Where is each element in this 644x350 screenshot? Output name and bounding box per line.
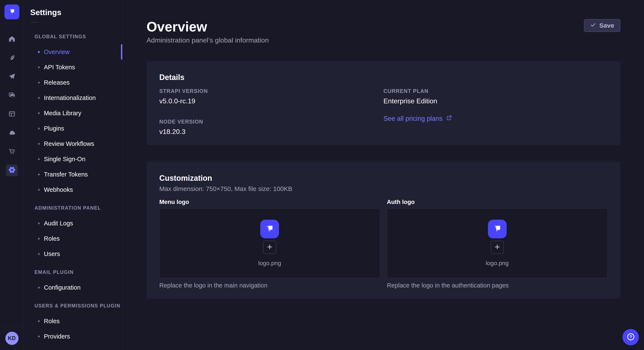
sidebar-item-label: Single Sign-On — [44, 156, 86, 163]
bullet-icon — [38, 51, 40, 53]
cloud-icon — [8, 128, 16, 137]
gear-icon — [8, 166, 16, 175]
sidebar-item-admin-users[interactable]: Users — [30, 246, 122, 262]
bullet-icon — [38, 287, 40, 289]
sidebar-item-label: Users — [44, 250, 60, 257]
sidebar-item-email-configuration[interactable]: Configuration — [30, 280, 122, 295]
bullet-icon — [38, 253, 40, 255]
strapi-logo-button[interactable] — [4, 4, 20, 19]
sidebar-item-review-workflows[interactable]: Review Workflows — [30, 136, 122, 151]
bullet-icon — [38, 238, 40, 240]
sidebar-item-single-sign-on[interactable]: Single Sign-On — [30, 151, 122, 167]
sidebar-item-label: Transfer Tokens — [44, 171, 88, 178]
sidebar-item-releases[interactable]: Releases — [30, 75, 122, 90]
sidebar-item-label: Configuration — [44, 284, 81, 291]
layout-icon — [8, 110, 16, 118]
paper-plane-icon — [8, 72, 16, 81]
current-plan-value: Enterprise Edition — [384, 97, 608, 105]
rail-item-settings[interactable] — [0, 161, 24, 180]
sidebar-item-audit-logs[interactable]: Audit Logs — [30, 216, 122, 231]
settings-active-pill — [6, 164, 18, 176]
section-header-administration-panel: ADMINISTRATION PANEL — [30, 200, 122, 216]
sidebar-item-admin-roles[interactable]: Roles — [30, 231, 122, 246]
rail-item-content[interactable] — [0, 49, 24, 67]
strapi-version-field: STRAPI VERSION v5.0.0-rc.19 — [159, 88, 384, 105]
menu-logo-group: Menu logo + — [159, 198, 380, 289]
bullet-icon — [38, 128, 40, 130]
strapi-version-value: v5.0.0-rc.19 — [159, 97, 384, 105]
section-header-email-plugin: EMAIL PLUGIN — [30, 265, 122, 280]
strapi-logo-icon — [264, 223, 276, 235]
sidebar-item-plugins[interactable]: Plugins — [30, 121, 122, 136]
menu-logo-caption: Replace the logo in the main navigation — [159, 282, 380, 289]
rail-nav — [0, 30, 24, 180]
bullet-icon — [38, 66, 40, 68]
rail-item-home[interactable] — [0, 30, 24, 49]
page-title: Overview — [146, 19, 269, 35]
rail-item-marketplace[interactable] — [0, 142, 24, 161]
auth-logo-group: Auth logo + — [387, 198, 608, 289]
rail-item-cloud[interactable] — [0, 124, 24, 142]
sidebar-item-overview[interactable]: Overview — [30, 44, 122, 59]
question-mark-icon: ? — [626, 332, 635, 342]
details-card-title: Details — [159, 73, 608, 82]
sidebar-item-internationalization[interactable]: Internationalization — [30, 90, 122, 105]
sidebar-item-label: Releases — [44, 79, 70, 86]
sidebar-item-up-roles[interactable]: Roles — [30, 313, 122, 329]
save-button[interactable]: Save — [584, 19, 620, 32]
pricing-link-label: See all pricing plans — [384, 115, 442, 123]
page-header-titles: Overview Administration panel’s global i… — [146, 19, 269, 44]
sidebar-item-up-providers[interactable]: Providers — [30, 329, 122, 344]
sidebar-item-label: Roles — [44, 318, 60, 325]
settings-sidebar: Settings GLOBAL SETTINGS Overview API To… — [24, 0, 122, 350]
menu-logo-preview — [260, 220, 279, 238]
rail-item-media[interactable] — [0, 86, 24, 105]
icon-rail: KD — [0, 0, 24, 350]
sidebar-item-media-library[interactable]: Media Library — [30, 105, 122, 121]
section-header-users-permissions-plugin: USERS & PERMISSIONS PLUGIN — [30, 298, 122, 313]
node-version-field: NODE VERSION v18.20.3 — [159, 118, 384, 136]
details-left-column: STRAPI VERSION v5.0.0-rc.19 NODE VERSION… — [159, 88, 384, 136]
rail-item-content-type-builder[interactable] — [0, 105, 24, 124]
details-grid: STRAPI VERSION v5.0.0-rc.19 NODE VERSION… — [159, 88, 608, 136]
auth-logo-add-button[interactable]: + — [491, 241, 504, 254]
check-icon — [590, 22, 596, 29]
main-content: Overview Administration panel’s global i… — [122, 0, 644, 350]
logo-uploads-row: Menu logo + — [159, 198, 608, 289]
auth-logo-caption: Replace the logo in the authentication p… — [387, 282, 608, 289]
current-plan-label: CURRENT PLAN — [384, 88, 608, 94]
strapi-version-label: STRAPI VERSION — [159, 88, 384, 94]
strapi-logo-icon — [7, 7, 16, 17]
bullet-icon — [38, 112, 40, 114]
sidebar-item-transfer-tokens[interactable]: Transfer Tokens — [30, 167, 122, 182]
sidebar-item-label: Overview — [44, 48, 70, 55]
feather-icon — [8, 54, 16, 62]
pricing-plans-link[interactable]: See all pricing plans — [384, 115, 452, 123]
sidebar-item-label: Providers — [44, 333, 70, 340]
menu-logo-label: Menu logo — [159, 198, 380, 206]
bullet-icon — [38, 97, 40, 99]
node-version-label: NODE VERSION — [159, 118, 384, 125]
save-button-label: Save — [599, 22, 614, 29]
bullet-icon — [38, 320, 40, 322]
menu-logo-add-button[interactable]: + — [263, 241, 276, 254]
sidebar-item-label: Media Library — [44, 110, 81, 117]
bullet-icon — [38, 189, 40, 191]
auth-logo-dropzone[interactable]: + logo.png — [387, 208, 608, 278]
sidebar-item-label: API Tokens — [44, 64, 75, 71]
help-button[interactable]: ? — [622, 329, 639, 345]
sidebar-item-label: Review Workflows — [44, 140, 94, 147]
auth-logo-preview — [488, 220, 507, 238]
plus-icon: + — [267, 242, 272, 252]
bullet-icon — [38, 143, 40, 145]
details-right-column: CURRENT PLAN Enterprise Edition See all … — [384, 88, 608, 136]
sidebar-item-label: Audit Logs — [44, 220, 73, 227]
current-plan-field: CURRENT PLAN Enterprise Edition — [384, 88, 608, 105]
menu-logo-dropzone[interactable]: + logo.png — [159, 208, 380, 278]
sidebar-item-webhooks[interactable]: Webhooks — [30, 182, 122, 197]
bullet-icon — [38, 222, 40, 224]
user-avatar[interactable]: KD — [5, 332, 18, 345]
sidebar-item-api-tokens[interactable]: API Tokens — [30, 59, 122, 75]
bullet-icon — [38, 158, 40, 160]
rail-item-deploy[interactable] — [0, 67, 24, 86]
